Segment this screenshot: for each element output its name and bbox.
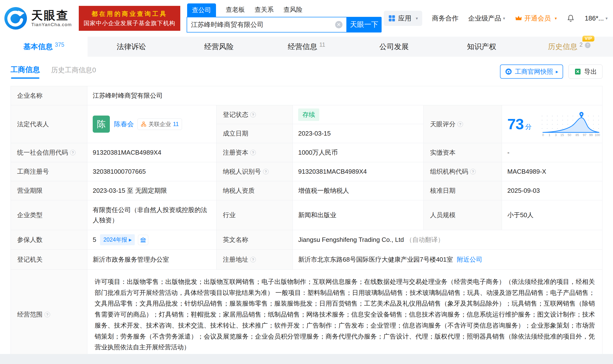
- label-text: 纳税人识别号: [223, 167, 261, 176]
- establish-date-label: 成立日期: [216, 124, 293, 143]
- tab-label: 公司发展: [379, 42, 409, 52]
- tab-company-development[interactable]: 公司发展: [350, 37, 438, 57]
- approval-date-value: 2025-09-03: [502, 181, 602, 200]
- score-unit: 分: [525, 123, 531, 131]
- help-icon[interactable]: ?: [250, 257, 256, 262]
- search-area: 查公司 查老板 查关系 查风险 ✕ 天眼一下: [187, 4, 382, 32]
- score-cell: 73 分 0 1 3 15 50 85: [502, 105, 602, 143]
- related-companies-label: 关联企业: [149, 120, 171, 128]
- tab-label: 基本信息: [23, 42, 53, 52]
- industry-label: 行业: [216, 200, 293, 230]
- legal-rep-name-link[interactable]: 陈春会: [114, 120, 134, 129]
- search-input[interactable]: [191, 21, 335, 29]
- snapshot-icon: [505, 68, 512, 75]
- tab-label: 经营风险: [204, 42, 234, 52]
- apps-label: 应用: [398, 14, 411, 23]
- help-icon[interactable]: ?: [250, 112, 256, 117]
- tab-label: 历史信息: [548, 42, 577, 52]
- export-label: 导出: [584, 67, 597, 76]
- english-name-value: Jiangsu Fengshifeng Trading Co., Ltd: [298, 236, 404, 244]
- notification-bell-icon[interactable]: [567, 14, 575, 23]
- tianyancha-company-page: 天眼查 TianYanCha.com 都在用的商业查询工具 国家中小企业发展子基…: [0, 0, 613, 364]
- company-name-value: 江苏峰时峰商贸有限公司: [87, 86, 602, 105]
- search-tab-boss[interactable]: 查老板: [226, 5, 245, 17]
- approval-date-label: 核准日期: [423, 181, 502, 200]
- score-axis-labels: 0 1 3 15 50 85 97 99 100: [542, 133, 600, 137]
- search-row: ✕ 天眼一下: [187, 17, 382, 32]
- reg-number-value: 320381000707665: [87, 162, 216, 181]
- label-text: 天眼评分: [430, 120, 456, 129]
- promo-banner: 都在用的商业查询工具 国家中小企业发展子基金旗下机构: [79, 6, 180, 31]
- insured-count-value: 5: [93, 236, 96, 244]
- svg-text:85: 85: [576, 133, 579, 137]
- help-icon[interactable]: ?: [250, 150, 256, 155]
- reg-number-label: 工商注册号: [11, 162, 87, 181]
- taxpayer-id-value: 91320381MACB4989X4: [293, 162, 423, 181]
- bank-icon: [140, 237, 146, 243]
- annual-report-badge[interactable]: 2024年报 ▸: [100, 234, 135, 245]
- credit-code-label: 统一社会信用代码 ?: [11, 143, 87, 162]
- label-text: 经营范围: [17, 310, 42, 319]
- org-chart-icon: [141, 121, 147, 127]
- header-menu: 应用 ▾ 商务合作 企业级产品 ▾ 开通会员 ▾ 186*... ▾: [384, 11, 608, 26]
- org-code-value: MACB4989-X: [502, 162, 602, 181]
- org-code-label: 组织机构代码 ?: [423, 162, 502, 181]
- open-vip-link[interactable]: 开通会员 ▾: [515, 14, 557, 23]
- page-bottom-strip: [0, 354, 613, 364]
- tab-operation-risk[interactable]: 经营风险: [175, 37, 263, 57]
- search-tab-risk[interactable]: 查风险: [283, 5, 303, 17]
- nearby-companies-link[interactable]: 附近公司: [457, 255, 482, 264]
- english-name-label: 英文名称: [216, 230, 293, 249]
- chevron-down-icon: ▾: [605, 16, 608, 21]
- label-text: 统一社会信用代码: [17, 148, 68, 157]
- search-tab-relation[interactable]: 查关系: [255, 5, 274, 17]
- svg-text:100: 100: [595, 133, 600, 137]
- export-button[interactable]: 导出: [569, 65, 602, 79]
- business-cooperation-link[interactable]: 商务合作: [432, 14, 459, 23]
- reg-status-cell: 存续: [293, 105, 423, 124]
- help-icon[interactable]: ?: [44, 312, 50, 317]
- search-box: ✕: [187, 17, 347, 32]
- help-icon[interactable]: ?: [263, 169, 269, 174]
- help-icon[interactable]: ?: [458, 121, 463, 127]
- legal-rep-label: 法定代表人: [11, 105, 87, 143]
- avatar[interactable]: 陈: [93, 116, 110, 133]
- tab-intellectual-property[interactable]: 知识产权: [438, 37, 525, 57]
- tianyancha-logo-icon: [4, 7, 28, 30]
- help-icon[interactable]: ?: [470, 169, 476, 174]
- tab-basic-info[interactable]: 基本信息 375: [0, 37, 88, 57]
- subtab-history-business-info[interactable]: 历史工商信息0: [51, 65, 96, 79]
- search-tab-company[interactable]: 查公司: [187, 3, 216, 17]
- business-scope-value: 许可项目：出版物零售；出版物批发；出版物互联网销售；电子出版物制作；互联网信息服…: [87, 270, 602, 359]
- business-scope-label: 经营范围 ?: [11, 270, 87, 359]
- clear-icon[interactable]: ✕: [335, 21, 342, 28]
- insured-count-label: 参保人数: [11, 230, 87, 249]
- logo[interactable]: 天眼查 TianYanCha.com: [4, 7, 72, 30]
- insured-count-cell: 5 2024年报 ▸: [87, 230, 216, 249]
- gov-source-button[interactable]: [138, 235, 148, 245]
- reg-authority-value: 新沂市政务服务管理办公室: [87, 249, 216, 270]
- auto-translate-note: （自动翻译）: [406, 235, 444, 244]
- tab-label: 知识产权: [467, 42, 496, 52]
- label-text: 注册地址: [223, 255, 248, 264]
- enterprise-products-menu[interactable]: 企业级产品 ▾: [468, 14, 505, 23]
- tab-label: 法律诉讼: [117, 42, 146, 52]
- related-companies-badge[interactable]: 关联企业 11: [138, 118, 182, 130]
- brand-domain: TianYanCha.com: [31, 22, 72, 27]
- taxpayer-quality-label: 纳税人资质: [216, 181, 293, 200]
- help-icon[interactable]: ?: [70, 150, 76, 155]
- status-badge: 存续: [298, 108, 319, 121]
- score-distribution-chart: 0 1 3 15 50 85 97 99 100: [542, 111, 600, 137]
- subtab-business-info[interactable]: 工商信息: [11, 65, 40, 79]
- tab-count: 375: [55, 41, 64, 48]
- score-label: 天眼评分 ?: [423, 105, 502, 143]
- tab-operation-info[interactable]: 经营信息 11: [263, 37, 350, 57]
- apps-menu[interactable]: 应用 ▾: [384, 11, 422, 26]
- official-snapshot-button[interactable]: 工商官网快照 ▸: [500, 65, 563, 79]
- tab-history-info[interactable]: 历史信息 2 ? VIP: [525, 37, 613, 57]
- search-button[interactable]: 天眼一下: [347, 17, 382, 32]
- tab-legal-litigation[interactable]: 法律诉讼: [88, 37, 175, 57]
- subtab-label: 历史工商信息: [51, 66, 92, 74]
- enterprise-products-label: 企业级产品: [468, 14, 501, 23]
- user-account-menu[interactable]: 186*... ▾: [585, 15, 608, 22]
